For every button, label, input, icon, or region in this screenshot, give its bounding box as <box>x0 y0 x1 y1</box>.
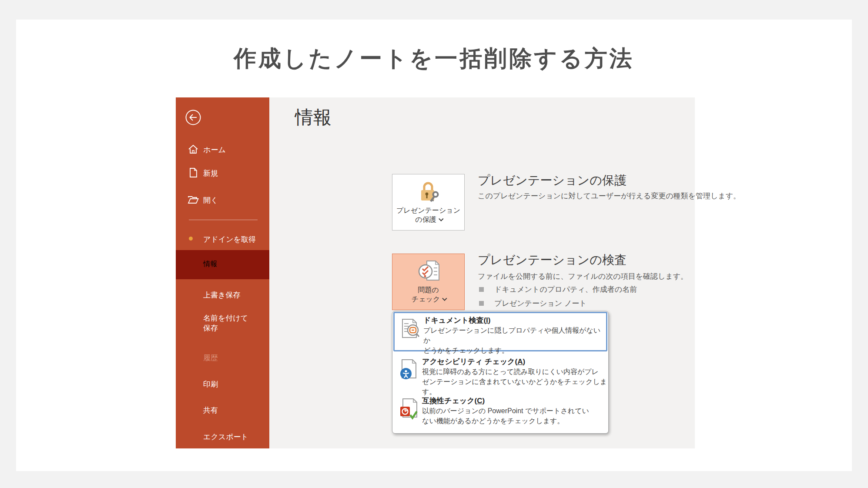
sidebar-item-open[interactable]: 開く <box>176 193 269 207</box>
sidebar-item-export[interactable]: エクスポート <box>176 429 269 443</box>
protect-section-heading: プレゼンテーションの保護 <box>478 172 627 189</box>
check-for-issues-button[interactable]: 問題の チェック <box>392 254 465 310</box>
back-button[interactable] <box>185 109 201 126</box>
button-label-line1: 問題の <box>392 285 464 294</box>
sidebar-item-label: 共有 <box>203 405 218 415</box>
info-heading: 情報 <box>295 105 332 130</box>
protect-presentation-button[interactable]: プレゼンテーション の保護 <box>392 174 465 231</box>
menu-item-compatibility-check[interactable]: 互換性チェック(C) 以前のバージョンの PowerPoint でサポートされて… <box>393 394 607 432</box>
menu-item-description: 視覚に障碍のある方にとって読み取りにくい内容がプレゼンテーションに含まれていない… <box>422 367 607 397</box>
inspect-section-heading: プレゼンテーションの検査 <box>478 252 627 268</box>
inspect-bullet-item: ドキュメントのプロパティ、作成者の名前 <box>479 284 637 294</box>
menu-item-description: プレゼンテーションに隠しプロパティや個人情報がないかどうかをチェックします。 <box>423 325 606 355</box>
sidebar-item-share[interactable]: 共有 <box>176 403 269 417</box>
sidebar-item-label: アドインを取得 <box>203 234 256 244</box>
sidebar-item-label: 情報 <box>203 260 217 269</box>
button-label-line1: プレゼンテーション <box>392 206 464 215</box>
check-document-icon <box>416 258 442 284</box>
sidebar-item-label: 名前を付けて保存 <box>203 313 255 333</box>
addin-dot-icon <box>189 237 193 241</box>
sidebar-item-save-as[interactable]: 名前を付けて保存 <box>176 313 269 336</box>
backstage-sidebar: ホーム 新規 <box>176 97 269 448</box>
open-folder-icon <box>188 194 199 205</box>
sidebar-item-label: 新規 <box>203 168 218 178</box>
inspect-document-icon <box>400 318 422 342</box>
sidebar-item-history: 履歴 <box>176 350 269 364</box>
powerpoint-backstage-screenshot: ホーム 新規 <box>176 97 695 448</box>
sidebar-item-print[interactable]: 印刷 <box>176 377 269 391</box>
menu-item-title: 互換性チェック(C) <box>422 396 607 406</box>
menu-item-title: ドキュメント検査(I) <box>423 315 606 325</box>
sidebar-item-home[interactable]: ホーム <box>176 142 269 156</box>
button-label-line2: チェック <box>392 294 464 304</box>
menu-item-description: 以前のバージョンの PowerPoint でサポートされていない機能があるかどう… <box>422 406 607 426</box>
page-canvas: 作成したノートを一括削除する方法 <box>0 0 868 488</box>
page-title: 作成したノートを一括削除する方法 <box>16 43 852 74</box>
sidebar-divider <box>189 220 258 220</box>
menu-item-title: アクセシビリティ チェック(A) <box>422 357 607 367</box>
chevron-down-icon <box>439 217 443 221</box>
home-icon <box>188 144 199 155</box>
sidebar-item-label: ホーム <box>203 145 226 155</box>
lock-key-icon <box>416 179 442 204</box>
inspect-bullet-item: プレゼンテーション ノート <box>479 298 587 308</box>
new-file-icon <box>188 167 199 178</box>
menu-item-inspect-document[interactable]: ドキュメント検査(I) プレゼンテーションに隠しプロパティや個人情報がないかどう… <box>393 312 607 351</box>
sidebar-item-info-selected[interactable]: 情報 <box>176 250 269 279</box>
sidebar-item-label: 履歴 <box>203 353 218 363</box>
sidebar-item-label: 開く <box>203 195 218 205</box>
sidebar-item-save[interactable]: 上書き保存 <box>176 287 269 301</box>
backstage-content: 情報 プレゼンテーション <box>269 97 695 448</box>
accessibility-check-icon <box>399 358 420 382</box>
button-label-line2: の保護 <box>392 215 464 224</box>
bullet-square-icon <box>479 301 484 306</box>
sidebar-item-label: 印刷 <box>203 379 218 389</box>
sidebar-item-label: 上書き保存 <box>203 290 240 300</box>
back-arrow-icon <box>185 120 201 127</box>
compatibility-check-icon <box>399 397 420 421</box>
chevron-down-icon <box>442 296 447 301</box>
sidebar-item-get-addins[interactable]: アドインを取得 <box>176 232 269 246</box>
content-card: 作成したノートを一括削除する方法 <box>16 20 852 471</box>
sidebar-item-new[interactable]: 新規 <box>176 166 269 180</box>
sidebar-item-label: エクスポート <box>203 432 248 442</box>
check-for-issues-dropdown-menu: ドキュメント検査(I) プレゼンテーションに隠しプロパティや個人情報がないかどう… <box>392 311 609 434</box>
menu-item-accessibility-check[interactable]: アクセシビリティ チェック(A) 視覚に障碍のある方にとって読み取りにくい内容が… <box>393 354 607 393</box>
protect-section-description: このプレゼンテーションに対してユーザーが行える変更の種類を管理します。 <box>478 191 741 201</box>
bullet-square-icon <box>479 287 484 292</box>
inspect-section-description: ファイルを公開する前に、ファイルの次の項目を確認します。 <box>478 271 688 281</box>
